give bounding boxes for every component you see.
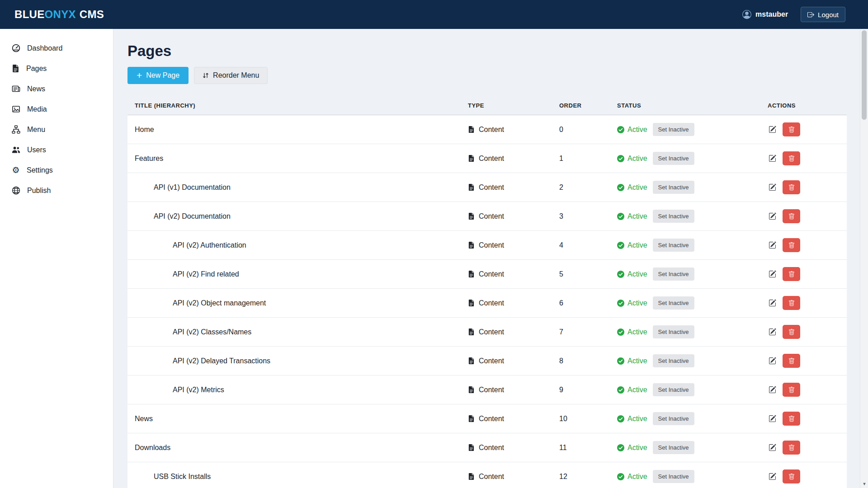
trash-icon xyxy=(788,271,795,277)
logout-button[interactable]: Logout xyxy=(801,7,845,22)
edit-button[interactable] xyxy=(768,269,777,279)
edit-button[interactable] xyxy=(768,298,777,308)
edit-button[interactable] xyxy=(768,240,777,250)
delete-button[interactable] xyxy=(783,180,800,194)
page-actions-cell xyxy=(760,325,847,339)
set-inactive-button[interactable]: Set Inactive xyxy=(653,412,694,425)
set-inactive-button[interactable]: Set Inactive xyxy=(653,383,694,396)
check-circle-icon xyxy=(617,328,624,336)
check-circle-icon xyxy=(617,444,624,451)
delete-button[interactable] xyxy=(783,383,800,397)
sidebar-item-pages[interactable]: Pages xyxy=(0,58,113,79)
main-content: Pages + New Page Reorder Menu Title (Hie… xyxy=(113,29,868,488)
sidebar-item-menu[interactable]: Menu xyxy=(0,119,113,140)
set-inactive-button[interactable]: Set Inactive xyxy=(653,239,694,252)
edit-button[interactable] xyxy=(768,211,777,221)
page-type-label: Content xyxy=(479,415,504,423)
page-title: Pages xyxy=(127,42,847,60)
delete-button[interactable] xyxy=(783,267,800,281)
scrollbar-down-arrow[interactable]: ▼ xyxy=(860,480,868,488)
edit-button[interactable] xyxy=(768,154,777,163)
edit-pencil-icon xyxy=(769,270,776,278)
delete-button[interactable] xyxy=(783,238,800,252)
set-inactive-button[interactable]: Set Inactive xyxy=(653,267,694,281)
page-type-cell: Content xyxy=(461,299,552,307)
page-type-cell: Content xyxy=(461,126,552,134)
page-order-cell: 6 xyxy=(552,299,610,307)
page-type-cell: Content xyxy=(461,473,552,481)
scrollbar-thumb[interactable] xyxy=(862,30,867,120)
delete-button[interactable] xyxy=(783,325,800,339)
sidebar-item-media[interactable]: Media xyxy=(0,99,113,119)
delete-button[interactable] xyxy=(783,441,800,455)
table-row: HomeContent0ActiveSet Inactive xyxy=(127,115,847,144)
page-order-cell: 2 xyxy=(552,183,610,192)
set-inactive-button[interactable]: Set Inactive xyxy=(653,296,694,310)
brand-cms: CMS xyxy=(80,8,104,20)
trash-icon xyxy=(788,358,795,364)
delete-button[interactable] xyxy=(783,122,800,136)
trash-icon xyxy=(788,300,795,306)
table-row: NewsContent10ActiveSet Inactive xyxy=(127,404,847,433)
set-inactive-button[interactable]: Set Inactive xyxy=(653,181,694,194)
sort-arrows-icon xyxy=(203,72,209,79)
edit-pencil-icon xyxy=(769,183,776,191)
page-actions-cell xyxy=(760,469,847,483)
delete-button[interactable] xyxy=(783,469,800,483)
file-icon xyxy=(468,473,475,480)
set-inactive-button[interactable]: Set Inactive xyxy=(653,123,694,136)
new-page-label: New Page xyxy=(146,71,179,80)
sidebar-item-settings[interactable]: ⚙Settings xyxy=(0,160,113,180)
page-type-label: Content xyxy=(479,444,504,452)
file-icon xyxy=(468,242,475,249)
edit-button[interactable] xyxy=(768,414,777,423)
media-icon xyxy=(12,105,20,113)
delete-button[interactable] xyxy=(783,209,800,223)
delete-button[interactable] xyxy=(783,151,800,165)
edit-button[interactable] xyxy=(768,385,777,394)
set-inactive-button[interactable]: Set Inactive xyxy=(653,325,694,338)
plus-icon: + xyxy=(137,70,142,80)
set-inactive-button[interactable]: Set Inactive xyxy=(653,441,694,454)
edit-pencil-icon xyxy=(769,386,776,394)
sidebar-item-news[interactable]: News xyxy=(0,79,113,99)
set-inactive-button[interactable]: Set Inactive xyxy=(653,210,694,223)
page-type-cell: Content xyxy=(461,328,552,336)
edit-button[interactable] xyxy=(768,443,777,452)
page-status-cell: ActiveSet Inactive xyxy=(610,325,760,338)
edit-button[interactable] xyxy=(768,125,777,134)
page-type-cell: Content xyxy=(461,155,552,163)
delete-button[interactable] xyxy=(783,296,800,310)
set-inactive-button[interactable]: Set Inactive xyxy=(653,470,694,483)
settings-icon: ⚙ xyxy=(12,166,20,174)
status-active-label: Active xyxy=(617,473,647,481)
trash-icon xyxy=(788,242,795,249)
page-order-cell: 5 xyxy=(552,270,610,278)
sidebar-item-users[interactable]: Users xyxy=(0,140,113,160)
status-active-label: Active xyxy=(617,183,647,192)
page-type-label: Content xyxy=(479,241,504,249)
file-icon xyxy=(468,300,475,306)
reorder-menu-button[interactable]: Reorder Menu xyxy=(194,67,268,84)
edit-button[interactable] xyxy=(768,356,777,366)
edit-button[interactable] xyxy=(768,183,777,192)
delete-button[interactable] xyxy=(783,354,800,368)
delete-button[interactable] xyxy=(783,412,800,426)
page-title-cell: API (v2) Find related xyxy=(127,270,461,278)
page-status-cell: ActiveSet Inactive xyxy=(610,267,760,281)
file-icon xyxy=(468,357,475,364)
edit-button[interactable] xyxy=(768,472,777,481)
page-order-cell: 4 xyxy=(552,241,610,249)
top-navbar: BLUEONYXCMS mstauber Logout xyxy=(0,0,868,29)
page-order-cell: 0 xyxy=(552,126,610,134)
set-inactive-button[interactable]: Set Inactive xyxy=(653,152,694,165)
set-inactive-button[interactable]: Set Inactive xyxy=(653,354,694,367)
sidebar-item-dashboard[interactable]: Dashboard xyxy=(0,38,113,58)
dashboard-icon xyxy=(12,44,20,52)
sidebar-item-publish[interactable]: Publish xyxy=(0,180,113,201)
edit-button[interactable] xyxy=(768,327,777,337)
current-user[interactable]: mstauber xyxy=(742,10,788,19)
scrollbar[interactable]: ▼ xyxy=(860,29,868,488)
new-page-button[interactable]: + New Page xyxy=(127,67,189,84)
page-actions-cell xyxy=(760,209,847,223)
